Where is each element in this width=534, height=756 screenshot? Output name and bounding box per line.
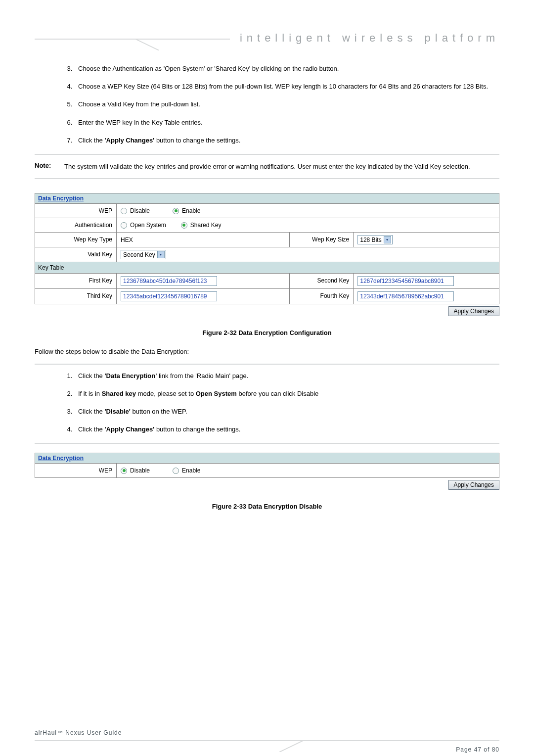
header-tagline: intelligent wireless platform	[230, 32, 499, 45]
chevron-down-icon: ▾	[157, 251, 165, 258]
note-block: Note: The system will validate the key e…	[35, 162, 499, 172]
wep-label: WEP	[35, 204, 117, 218]
svg-line-1	[279, 740, 304, 752]
note-text: The system will validate the key entries…	[64, 162, 499, 172]
wepkeysize-select[interactable]: 128 Bits ▾	[357, 235, 392, 244]
wep-enable-text: Enable	[182, 467, 200, 474]
step-item: Enter the WEP key in the Key Table entri…	[74, 118, 494, 127]
step-item: Choose a WEP Key Size (64 Bits or 128 Bi…	[74, 82, 494, 91]
apply-changes-button[interactable]: Apply Changes	[448, 480, 499, 490]
thirdkey-label: Third Key	[35, 289, 117, 304]
auth-label: Authentication	[35, 218, 117, 232]
wep-disable-radio[interactable]	[121, 208, 127, 214]
step-item: Click the 'Data Encryption' link from th…	[74, 372, 494, 380]
wep-disable-text: Disable	[130, 467, 150, 474]
wep-enable-radio[interactable]	[173, 468, 179, 474]
validkey-select[interactable]: Second Key ▾	[121, 250, 166, 259]
wep-disable-radio[interactable]	[121, 468, 127, 474]
page-footer: airHaul™ Nexus User Guide Page 47 of 80	[35, 740, 499, 741]
wep-enable-text: Enable	[182, 207, 200, 214]
secondkey-label: Second Key	[289, 274, 354, 288]
wepkeysize-label: Wep Key Size	[289, 233, 354, 247]
wep-enable-radio[interactable]	[173, 208, 179, 214]
step-item: If it is in Shared key mode, please set …	[74, 389, 494, 398]
validkey-label: Valid Key	[35, 247, 117, 262]
auth-shared-text: Shared Key	[190, 222, 222, 229]
figure-caption-1: Figure 2-32 Data Encryption Configuratio…	[35, 329, 499, 336]
chevron-down-icon: ▾	[384, 236, 391, 243]
follow-text: Follow the steps below to disable the Da…	[35, 347, 499, 356]
secondkey-input[interactable]	[357, 276, 454, 286]
footer-page-number: Page 47 of 80	[456, 746, 499, 753]
data-encryption-panel-disabled: Data Encryption WEP Disable Enable	[35, 453, 499, 478]
step-item: Click the 'Apply Changes' button to chan…	[74, 136, 494, 145]
step-item: Click the 'Apply Changes' button to chan…	[74, 425, 494, 434]
step-item: Choose a Valid Key from the pull-down li…	[74, 100, 494, 109]
steps-list-1: Choose the Authentication as 'Open Syste…	[74, 64, 494, 145]
fourthkey-label: Fourth Key	[289, 289, 354, 304]
wepkeytype-value: HEX	[121, 236, 133, 243]
note-label: Note:	[35, 162, 64, 172]
fourthkey-input[interactable]	[357, 291, 454, 301]
firstkey-input[interactable]	[121, 276, 217, 286]
auth-open-text: Open System	[130, 222, 166, 229]
wep-label: WEP	[35, 464, 117, 477]
panel-title-link[interactable]: Data Encryption	[35, 453, 499, 464]
firstkey-label: First Key	[35, 274, 117, 288]
auth-shared-radio[interactable]	[181, 222, 187, 229]
steps-list-2: Click the 'Data Encryption' link from th…	[74, 372, 494, 434]
panel-title-link[interactable]: Data Encryption	[35, 193, 499, 204]
data-encryption-panel-enabled: Data Encryption WEP Disable Enable Authe…	[35, 193, 499, 304]
step-item: Choose the Authentication as 'Open Syste…	[74, 64, 494, 73]
auth-open-radio[interactable]	[121, 222, 127, 229]
footer-product: airHaul™ Nexus User Guide	[35, 729, 122, 736]
figure-caption-2: Figure 2-33 Data Encryption Disable	[35, 503, 499, 510]
thirdkey-input[interactable]	[121, 291, 217, 301]
svg-line-0	[134, 39, 159, 50]
step-item: Click the 'Disable' button on the WEP.	[74, 407, 494, 416]
wepkeytype-label: Wep Key Type	[35, 233, 117, 247]
keytable-header: Key Table	[35, 262, 499, 274]
wep-disable-text: Disable	[130, 207, 150, 214]
apply-changes-button[interactable]: Apply Changes	[448, 306, 499, 316]
